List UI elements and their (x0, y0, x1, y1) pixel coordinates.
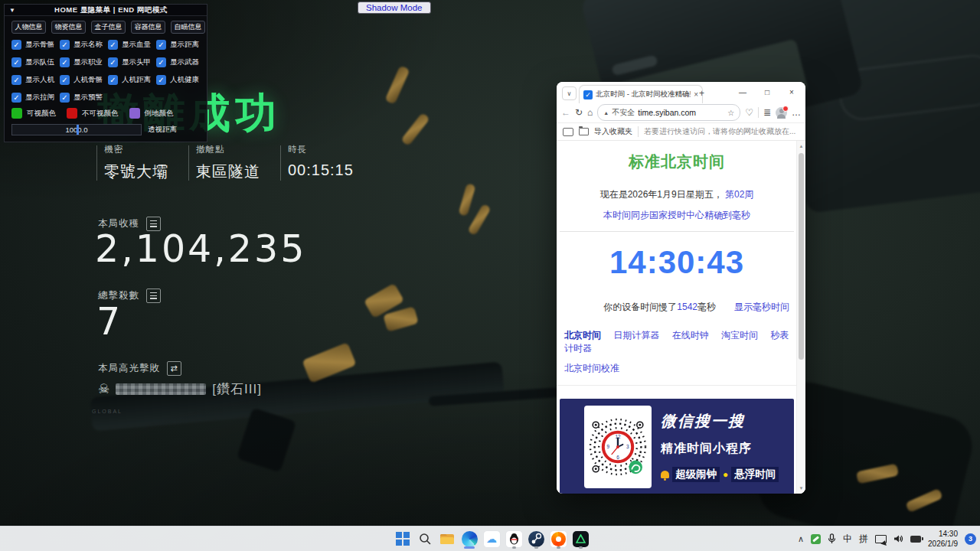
scrollbar-thumb[interactable] (799, 153, 804, 360)
checkbox-item[interactable]: 显示骨骼 (11, 36, 60, 54)
tray-green-app-icon[interactable] (811, 534, 821, 544)
checkbox-item[interactable]: 显示名称 (60, 36, 108, 54)
minimize-button[interactable]: — (730, 82, 755, 103)
checkbox-item[interactable]: 显示距离 (156, 36, 204, 54)
browser-essentials-icon[interactable]: ♡ (745, 107, 753, 118)
steam-button[interactable] (527, 528, 545, 549)
show-ms-link[interactable]: 显示毫秒时间 (734, 302, 789, 312)
tray-clock[interactable]: 14:30 2026/1/9 (928, 529, 958, 549)
checkbox-checked-icon[interactable] (11, 57, 21, 67)
checkbox-item[interactable]: 人机健康 (156, 71, 204, 89)
checkbox-checked-icon[interactable] (11, 93, 21, 103)
nav-link-taobao-time[interactable]: 淘宝时间 (721, 330, 758, 341)
tab-close-icon[interactable]: × (694, 90, 698, 99)
qq-button[interactable] (505, 528, 523, 549)
shadow-mode-button[interactable]: Shadow Mode (358, 2, 431, 14)
microphone-icon[interactable] (828, 533, 836, 544)
battery-icon[interactable] (910, 536, 921, 543)
checkbox-checked-icon[interactable] (156, 57, 166, 67)
page-scrollbar[interactable]: ▲ ▼ (796, 141, 805, 494)
stat-extraction-point: 撤離點 東區隧道 (196, 144, 260, 182)
edge-browser-button[interactable] (460, 528, 479, 549)
checkbox-item[interactable]: 人机距离 (108, 71, 156, 89)
tab-container-info[interactable]: 容器信息 (131, 21, 165, 34)
file-explorer-button[interactable] (438, 528, 456, 549)
checkbox-item[interactable]: 显示血量 (108, 36, 156, 54)
checkbox-checked-icon[interactable] (108, 75, 118, 85)
esp-distance-slider[interactable]: 1000.0 (11, 124, 142, 135)
search-button[interactable] (416, 528, 434, 549)
delta-force-button[interactable] (571, 528, 590, 549)
start-button[interactable] (394, 528, 412, 549)
address-bar[interactable]: ▲ 不安全 time.syiban.com ☆ (597, 104, 740, 121)
wechat-banner[interactable]: 12 3 6 9 微信搜一搜 (560, 399, 794, 494)
cloud-app-button[interactable]: ☁ (482, 528, 501, 549)
collapse-triangle-icon[interactable]: ▼ (9, 7, 15, 14)
site-nav-links-2: 北京时间校准 (557, 362, 797, 375)
visible-color-swatch[interactable] (11, 108, 22, 119)
maximize-button[interactable]: □ (755, 82, 779, 103)
sync-link[interactable]: 本时间同步国家授时中心精确到毫秒 (603, 210, 750, 220)
nav-link-beijing-time[interactable]: 北京时间 (564, 330, 601, 341)
tray-expand-chevron-icon[interactable]: ∧ (798, 534, 804, 544)
downed-color-swatch[interactable] (129, 108, 140, 119)
tab-search-button[interactable]: ∨ (562, 86, 577, 100)
ime-language-indicator[interactable]: 中 (843, 533, 852, 546)
settings-menu-icon[interactable]: … (792, 107, 801, 118)
orange-app-button[interactable] (549, 528, 567, 549)
browser-titlebar[interactable]: ∨ ✓ 北京时间 - 北京时间校准精确到毫 × + — □ × (557, 82, 805, 103)
tab-aimbot-info[interactable]: 自瞄信息 (171, 21, 205, 34)
tab-loot-info[interactable]: 物资信息 (51, 21, 86, 34)
cheat-menu-header[interactable]: ▼ HOME 显隐菜单 | END 网吧模式 (5, 5, 207, 16)
nav-link-date-calculator[interactable]: 日期计算器 (613, 330, 659, 341)
checkbox-checked-icon[interactable] (156, 75, 166, 85)
week-link[interactable]: 第02周 (725, 189, 753, 200)
stat-value: 00:15:15 (288, 161, 354, 179)
swap-icon[interactable]: ⇄ (167, 361, 181, 376)
checkbox-item[interactable]: 显示武器 (156, 54, 204, 71)
speaker-icon[interactable] (893, 534, 903, 543)
ime-pinyin-indicator[interactable]: 拼 (859, 533, 868, 546)
checkbox-item[interactable]: 显示职业 (60, 54, 108, 71)
checkbox-checked-icon[interactable] (60, 75, 70, 85)
sidebar-icon[interactable] (563, 128, 573, 136)
checkbox-checked-icon[interactable] (156, 40, 166, 50)
profile-avatar[interactable] (776, 107, 787, 119)
checkbox-checked-icon[interactable] (108, 57, 118, 67)
import-favorites-label[interactable]: 导入收藏夹 (594, 126, 632, 137)
tab-box-info[interactable]: 盒子信息 (91, 21, 126, 34)
checkbox-item[interactable]: 人机骨骼 (60, 71, 108, 89)
checkbox-checked-icon[interactable] (60, 57, 70, 67)
checkbox-item[interactable]: 显示头甲 (108, 54, 156, 71)
checkbox-checked-icon[interactable] (11, 40, 21, 50)
favorite-star-icon[interactable]: ☆ (727, 109, 734, 117)
list-icon[interactable] (146, 289, 161, 303)
checkbox-item[interactable]: 显示队伍 (11, 54, 60, 71)
nav-link-online-clock[interactable]: 在线时钟 (672, 330, 709, 341)
home-icon[interactable]: ⌂ (587, 107, 593, 118)
back-icon[interactable]: ← (561, 107, 570, 118)
slider-handle[interactable] (77, 125, 79, 135)
url-text[interactable]: time.syiban.com (638, 108, 696, 117)
invisible-color-swatch[interactable] (67, 108, 77, 119)
browser-tab[interactable]: ✓ 北京时间 - 北京时间校准精确到毫 × (579, 85, 703, 103)
cast-display-icon[interactable] (875, 535, 887, 543)
new-tab-button[interactable]: + (699, 88, 704, 99)
close-button[interactable]: × (779, 82, 804, 103)
nav-link-time-calibration[interactable]: 北京时间校准 (564, 363, 619, 373)
notification-badge[interactable]: 3 (965, 533, 976, 545)
checkbox-item[interactable]: 显示预警 (60, 89, 108, 106)
tab-character-info[interactable]: 人物信息 (11, 21, 46, 34)
refresh-icon[interactable]: ↻ (575, 107, 583, 118)
checkbox-item[interactable]: 显示人机 (11, 71, 60, 89)
checkbox-item[interactable]: 显示拉闸 (11, 89, 60, 106)
scroll-up-arrow[interactable]: ▲ (797, 144, 805, 148)
favorites-hub-icon[interactable]: ≣ (763, 107, 771, 118)
checkbox-checked-icon[interactable] (60, 93, 70, 103)
checkbox-checked-icon[interactable] (108, 40, 118, 50)
checkbox-checked-icon[interactable] (11, 75, 21, 85)
scroll-down-arrow[interactable]: ▼ (797, 486, 805, 491)
checkbox-checked-icon[interactable] (60, 40, 70, 50)
cloud-app-icon: ☁ (483, 530, 501, 548)
import-folder-icon[interactable] (579, 128, 589, 135)
